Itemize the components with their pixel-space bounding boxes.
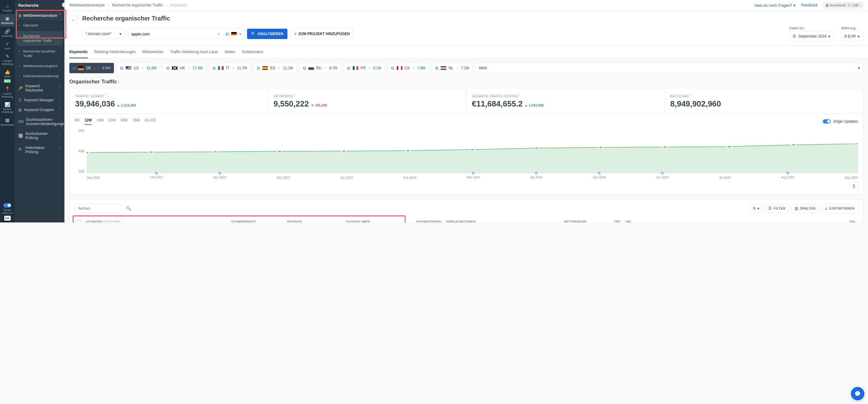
col-cpc[interactable]: CPC — [589, 217, 623, 223]
rail-item-pin[interactable]: 📍Lokales Marketing — [0, 85, 15, 100]
chart-plot[interactable] — [87, 129, 858, 173]
tab-ranking-ver-nderungen[interactable]: Ranking-Veränderungen — [94, 46, 136, 58]
back-button[interactable]: ← — [69, 15, 78, 24]
rail-item-research[interactable]: ▣Recherche — [0, 14, 15, 27]
tab-seiten[interactable]: Seiten — [224, 46, 235, 58]
col-keyword[interactable]: KEYWORD (18,112,585) — [84, 217, 188, 223]
metrics-row: TRAFFIC GESAMT i39,946,036▲ 2,123,368KEY… — [69, 88, 863, 114]
chevron-down-icon[interactable]: ▾ — [239, 32, 241, 36]
filter-button[interactable]: ☰FILTER — [765, 204, 789, 213]
tab-keywords[interactable]: Keywords — [69, 46, 88, 58]
rail-item-edit[interactable]: ✎Content Marketing — [0, 52, 15, 67]
info-icon[interactable]: i — [105, 93, 106, 96]
sidebar-item-icon: 🔑 — [18, 86, 23, 90]
chart-range-24m[interactable]: 24M — [108, 118, 116, 125]
google-update-marker: G — [530, 171, 543, 175]
rail-item-home[interactable]: ⌂Projekte — [0, 2, 15, 14]
domain-mode-select[interactable]: *.domain.com/*▾ — [82, 29, 125, 39]
sidebar-section-competitor-analysis[interactable]: ◎ Wettbewerbsanalyse ˄ — [15, 11, 64, 21]
sidebar-item[interactable]: ⌨Suchmaschinen-Autovervollständigungen˅ — [15, 115, 64, 129]
sidebar-item[interactable]: ▦Keyword-Gruppen˅ — [15, 105, 64, 115]
google-icon: G — [120, 66, 123, 70]
breadcrumb-1[interactable]: Wettbewerbsanalyse — [69, 3, 105, 7]
sidebar-sub-item[interactable]: Recherche organischer Traffic — [17, 31, 63, 46]
new-menu-ui-toggle[interactable] — [3, 203, 11, 207]
chart-range-alles[interactable]: ALLES — [145, 118, 156, 125]
target-icon: ◎ — [18, 13, 21, 18]
chart-y-axis: 60M40M20M — [74, 129, 86, 173]
country-pill-de[interactable]: GDE|♂9.6M — [69, 63, 114, 73]
country-pill-es[interactable]: GES♂11.2M — [253, 63, 297, 73]
clear-input-icon[interactable]: ✕ — [217, 32, 220, 36]
sidebar-sub-item[interactable]: Datenbankerweiterung — [15, 71, 64, 81]
metric-card[interactable]: GESAMTE TRAFFIC-KOSTEN i€11,684,655.2▲ 1… — [466, 88, 665, 113]
more-countries-select[interactable]: Mehr▾ — [475, 63, 863, 73]
show-updates-toggle[interactable] — [823, 119, 831, 124]
country-pill-us[interactable]: GUS♂51.6M — [117, 63, 160, 73]
metric-card[interactable]: TRAFFIC GESAMT i39,946,036▲ 2,123,368 — [70, 88, 268, 113]
sidebar-item[interactable]: 📈Suchvolumen-Prüfung˅ — [15, 129, 64, 143]
country-pill-ca[interactable]: GCA♂7.9M — [388, 63, 429, 73]
col-difficulty[interactable]: SCHWIERIGKEIT — [188, 217, 258, 223]
sidebar-sub-item[interactable]: Recherche bezahlter Traffic — [15, 46, 64, 61]
sidebar-item[interactable]: 🔍Indexstatus-Prüfung˅ — [15, 143, 64, 157]
rail-badge[interactable]: DA — [4, 216, 11, 221]
col-competition[interactable]: WETTBEWERB — [525, 217, 589, 223]
domain-input[interactable] — [131, 31, 215, 37]
breadcrumb-2[interactable]: Recherche organischer Traffic — [112, 3, 163, 7]
col-traffic[interactable]: TRA — [831, 217, 858, 223]
agency-icon: ▦ — [5, 117, 9, 123]
copy-button[interactable]: ⧉▾ — [749, 204, 763, 213]
rail-item-check[interactable]: ✓Audit — [0, 39, 15, 52]
chart-range-18m[interactable]: 18M — [96, 118, 103, 125]
sidebar-item[interactable]: 🔑Keyword-Recherche˅ — [15, 81, 64, 95]
export-icon: ⤓ — [825, 206, 828, 210]
col-intent[interactable]: SUCHINTENSION — [372, 217, 444, 223]
col-url[interactable]: URL — [623, 217, 831, 223]
table-search-input[interactable] — [77, 206, 124, 211]
country-pill-ru[interactable]: GRU♂8.7M — [300, 63, 341, 73]
date-select[interactable]: 🗓 September 2024 ▾ — [789, 31, 834, 41]
add-to-project-button[interactable]: + ZUM PROJEKT HINZUFÜGEN — [290, 29, 354, 39]
country-pill-uk[interactable]: GUK♂17.9M — [163, 63, 206, 73]
chart-range-36m[interactable]: 36M — [132, 118, 140, 125]
rail-item-agency[interactable]: ▦Agenturpaket — [0, 116, 15, 128]
export-chart-button[interactable] — [850, 182, 858, 190]
country-pill-it[interactable]: GIT♂11.7M — [209, 63, 250, 73]
country-pill-fr[interactable]: GFR♂8.1M — [344, 63, 385, 73]
currency-select[interactable]: € EUR ▾ — [841, 31, 863, 41]
chart-range-30m[interactable]: 30M — [121, 118, 128, 125]
info-icon[interactable]: i — [690, 93, 691, 96]
info-icon[interactable]: i — [519, 93, 520, 96]
sidebar-sub-item[interactable]: Übersicht — [15, 21, 64, 31]
rail-item-link[interactable]: 🔗Backlinks — [0, 27, 15, 39]
chart-range-6m[interactable]: 6M — [74, 118, 80, 125]
tab-traffic-verteilung-nach-land[interactable]: Traffic-Verteilung nach Land — [170, 46, 218, 58]
sidebar-collapse-button[interactable]: ‹ — [62, 2, 67, 7]
delta-up: ▲ 1,042,898 — [524, 103, 544, 107]
select-all-checkbox[interactable] — [77, 220, 81, 223]
tab-subdomains[interactable]: Subdomains — [242, 46, 263, 58]
google-icon: G — [166, 66, 169, 70]
sidebar-sub-item[interactable]: Wettbewerbsvergleich — [15, 61, 64, 71]
rail-item-report[interactable]: 📊Bericht-erstellung — [0, 100, 15, 116]
info-icon[interactable]: i — [294, 93, 295, 96]
country-pill-nl[interactable]: GNL♂7.2M — [432, 63, 472, 73]
sidebar-item[interactable]: ☰Keyword Manager˅ — [15, 95, 64, 105]
columns-button[interactable]: ▥SPALTEN — [791, 204, 819, 213]
rail-item-thumb[interactable]: 👍SMMBeta — [0, 67, 15, 85]
faq-link[interactable]: Hast du noch Fragen? ▾ — [755, 3, 796, 8]
show-updates-label: Zeige Updates — [833, 119, 858, 124]
metric-card[interactable]: BACKLINKS i8,949,902,960 — [665, 88, 863, 113]
col-volume[interactable]: SUCHVOLUMEN — [304, 217, 372, 223]
analyze-button[interactable]: 🔍 ANALYSIEREN — [247, 29, 287, 39]
col-serp[interactable]: SERP-FUNKTIONEN — [444, 217, 525, 223]
metric-card[interactable]: KEYWORDS i9,550,222▼ 105,490 — [268, 88, 467, 113]
tab-mitbewerber[interactable]: Mitbewerber — [142, 46, 163, 58]
col-position[interactable]: POSITION — [258, 217, 304, 223]
feedback-link[interactable]: Feedback — [801, 3, 818, 7]
account-limit-badge[interactable]: ◐ Kontolimit: 2 / 10K i — [824, 2, 863, 8]
info-icon[interactable]: i — [118, 80, 119, 83]
export-button[interactable]: ⤓EXPORTIEREN — [821, 204, 858, 213]
chart-range-12m[interactable]: 12M — [85, 118, 92, 125]
